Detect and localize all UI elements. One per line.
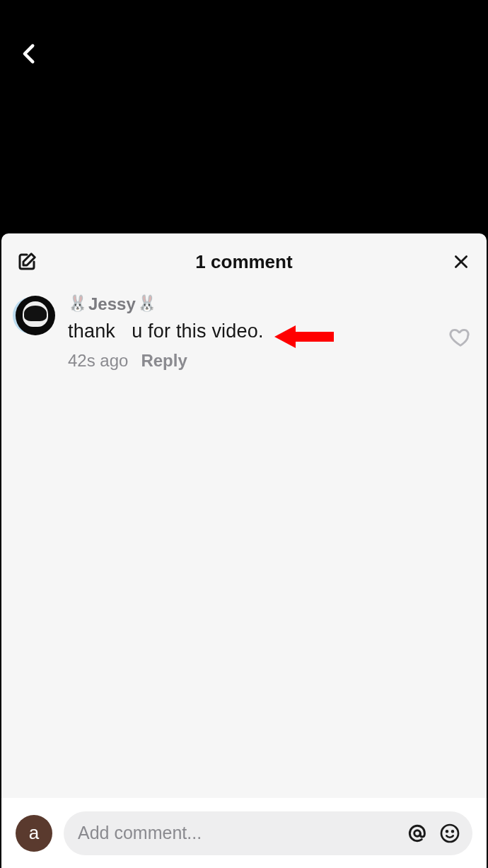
self-avatar-initial: a xyxy=(29,822,39,844)
heart-icon xyxy=(448,325,472,349)
commenter-name-text: Jessy xyxy=(88,293,136,315)
at-icon xyxy=(406,822,429,845)
comments-sheet: 1 comment 🐰 Jessy 🐰 thank u for this vid… xyxy=(1,233,487,868)
comment-timestamp: 42s ago xyxy=(68,351,128,371)
sheet-title: 1 comment xyxy=(38,251,450,273)
comment-input[interactable]: Add comment... xyxy=(64,811,472,855)
svg-point-4 xyxy=(446,831,448,832)
close-icon xyxy=(452,253,470,271)
comment-placeholder: Add comment... xyxy=(78,823,397,843)
compose-icon xyxy=(16,251,37,272)
comment-text: thank u for this video. xyxy=(68,318,436,345)
svg-point-5 xyxy=(452,831,453,832)
bunny-icon: 🐰 xyxy=(68,294,87,314)
emoji-button[interactable] xyxy=(437,821,463,846)
comments-list: 🐰 Jessy 🐰 thank u for this video. 42s ag… xyxy=(1,290,487,797)
compose-button[interactable] xyxy=(16,250,38,273)
comment-row[interactable]: 🐰 Jessy 🐰 thank u for this video. 42s ag… xyxy=(16,293,472,371)
commenter-name[interactable]: 🐰 Jessy 🐰 xyxy=(68,293,436,315)
chevron-left-icon xyxy=(18,42,42,66)
bunny-icon: 🐰 xyxy=(137,294,156,314)
commenter-avatar[interactable] xyxy=(16,296,55,335)
smiley-icon xyxy=(438,822,461,845)
self-avatar[interactable]: a xyxy=(16,815,52,852)
comment-input-bar: a Add comment... xyxy=(1,797,487,868)
back-button[interactable] xyxy=(16,40,44,68)
close-button[interactable] xyxy=(450,250,472,273)
sheet-header: 1 comment xyxy=(1,233,487,290)
reply-button[interactable]: Reply xyxy=(141,351,187,371)
mention-button[interactable] xyxy=(405,821,430,846)
svg-point-3 xyxy=(441,825,458,842)
like-button[interactable] xyxy=(448,325,472,349)
